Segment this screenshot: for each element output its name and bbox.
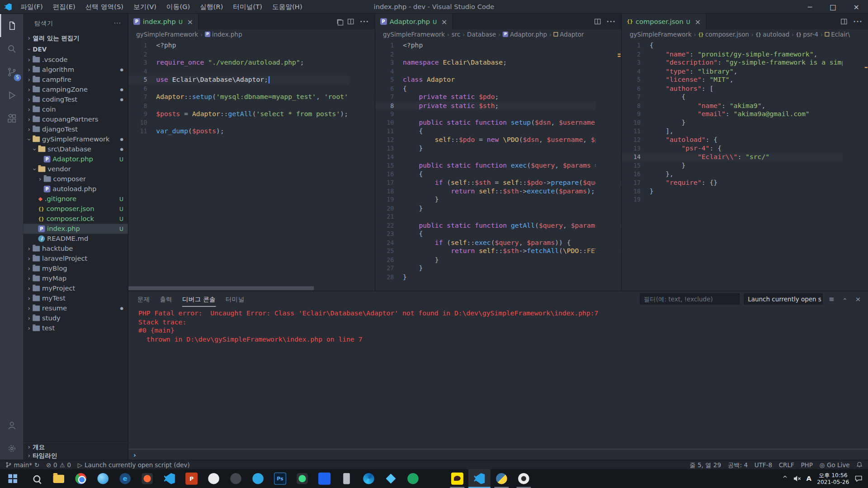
timeline-section[interactable]: › 타임라인	[23, 451, 127, 460]
panel-tab[interactable]: 출력	[160, 291, 172, 307]
menu-item[interactable]: 이동(G)	[161, 2, 195, 11]
split-editor-icon[interactable]	[594, 19, 600, 24]
taskbar-app-kakaotalk[interactable]	[446, 469, 468, 488]
taskbar-app-vscode[interactable]	[158, 469, 180, 488]
tree-item[interactable]: ›gySimpleFramework●	[23, 134, 127, 144]
more-actions-icon[interactable]: ···	[853, 18, 862, 25]
explorer-icon[interactable]	[0, 14, 23, 37]
taskbar-app-android-tool[interactable]	[291, 469, 313, 488]
filter-input[interactable]	[640, 293, 740, 304]
taskbar-app-mobile-app[interactable]	[335, 469, 358, 488]
menu-item[interactable]: 도움말(H)	[267, 2, 307, 11]
account-icon[interactable]	[0, 413, 23, 436]
breadcrumb-item[interactable]: {}psr-4	[796, 31, 818, 38]
taskbar-app-white-app[interactable]	[203, 469, 225, 488]
tab-composer-json[interactable]: {} composer.json U ×	[622, 14, 707, 29]
menu-item[interactable]: 터미널(T)	[228, 2, 267, 11]
open-changes-icon[interactable]	[337, 19, 342, 24]
taskbar-app-green-app[interactable]	[402, 469, 424, 488]
tree-item[interactable]: ›myBlog	[23, 263, 127, 273]
sync-icon[interactable]: ↻	[34, 461, 39, 469]
source-control-icon[interactable]: 5	[0, 60, 23, 83]
tree-item[interactable]: ›.vscode	[23, 55, 127, 65]
taskbar-app-browser-blue[interactable]	[92, 469, 114, 488]
tree-item[interactable]: Pindex.phpU	[23, 224, 127, 234]
tree-item[interactable]: ›composer	[23, 174, 127, 184]
tree-item[interactable]: ›resume●	[23, 303, 127, 313]
close-icon[interactable]: ×	[187, 18, 193, 26]
tree-item[interactable]: ›myProject	[23, 283, 127, 293]
minimize-button[interactable]: ─	[798, 0, 821, 13]
extensions-icon[interactable]	[0, 107, 23, 130]
breadcrumb-item[interactable]: Database	[467, 31, 496, 38]
breadcrumb-item[interactable]: {}composer.json	[698, 31, 749, 38]
split-editor-icon[interactable]	[841, 19, 847, 24]
tree-item[interactable]: ›codingTest●	[23, 94, 127, 104]
volume-muted-icon[interactable]	[793, 475, 801, 482]
tree-item[interactable]: ›src\Database●	[23, 144, 127, 154]
run-debug-icon[interactable]	[0, 84, 23, 107]
tree-item[interactable]: ›coupangPartners	[23, 114, 127, 124]
tree-item[interactable]: {}composer.lockU	[23, 214, 127, 224]
tree-item[interactable]: ›campingZone●	[23, 84, 127, 94]
minimap[interactable]	[349, 39, 374, 291]
tree-item[interactable]: {}composer.jsonU	[23, 204, 127, 214]
panel-tab[interactable]: 디버그 콘솔	[182, 291, 216, 307]
minimap[interactable]	[596, 39, 621, 291]
close-button[interactable]: ×	[845, 0, 868, 13]
menu-item[interactable]: 실행(R)	[195, 2, 228, 11]
root-folder-section[interactable]: › DEV	[23, 44, 127, 55]
tray-expand-icon[interactable]: ^	[783, 475, 788, 482]
taskbar-app-messenger-blue[interactable]	[247, 469, 269, 488]
maximize-button[interactable]: □	[821, 0, 844, 13]
breadcrumb-item[interactable]: {}autoload	[756, 31, 790, 38]
tree-item[interactable]: ◆.gitignoreU	[23, 194, 127, 204]
menu-item[interactable]: 편집(E)	[48, 2, 80, 11]
breadcrumb-item[interactable]: src	[452, 31, 461, 38]
tree-item[interactable]: iREADME.md	[23, 234, 127, 244]
taskbar-app-python-app[interactable]	[491, 469, 513, 488]
tab-adaptor-php[interactable]: P Adaptor.php U ×	[375, 14, 453, 29]
close-panel-icon[interactable]: ×	[854, 295, 863, 303]
more-actions-icon[interactable]: ···	[114, 19, 122, 27]
tree-item[interactable]: ›coin	[23, 104, 127, 114]
launch-config-select[interactable]: Launch currently open s ›	[744, 293, 823, 304]
ime-indicator[interactable]: A	[807, 475, 811, 483]
taskbar-app-photoshop[interactable]: Ps	[269, 469, 291, 488]
notification-center-icon[interactable]	[855, 475, 863, 482]
tree-item[interactable]: ›algorithm●	[23, 65, 127, 75]
debug-console-input[interactable]: ›	[128, 449, 868, 460]
code-editor-adaptor-php[interactable]: 1<?php23namespace Eclair\Database;45clas…	[375, 39, 621, 291]
taskbar-app-edge-legacy[interactable]: e	[114, 469, 136, 488]
tree-item[interactable]: ›myMap	[23, 273, 127, 283]
tree-item[interactable]: ›laravelProject	[23, 253, 127, 263]
tree-item[interactable]: ›vendor	[23, 164, 127, 174]
breadcrumb-item[interactable]: gySimpleFramework	[383, 31, 445, 38]
tree-item[interactable]: ›djangoTest	[23, 124, 127, 134]
launch-script-status[interactable]: ▷ Launch currently open script (dev)	[78, 461, 190, 469]
breadcrumb-item[interactable]: gySimpleFramework	[630, 31, 692, 38]
taskbar-app-edge[interactable]	[358, 469, 380, 488]
indentation[interactable]: 공백: 4	[728, 460, 748, 469]
tree-item[interactable]: ›campfire	[23, 75, 127, 84]
breadcrumb-item[interactable]: Adaptor	[554, 31, 584, 38]
tree-item[interactable]: ›study	[23, 313, 127, 323]
more-actions-icon[interactable]: ···	[607, 18, 616, 25]
panel-tab[interactable]: 터미널	[226, 291, 245, 307]
console-settings-icon[interactable]: ≡	[827, 295, 836, 303]
eol-select[interactable]: CRLF	[779, 461, 794, 469]
tree-item[interactable]: ›myTest	[23, 293, 127, 303]
split-editor-icon[interactable]	[348, 19, 354, 24]
outline-section[interactable]: › 개요	[23, 443, 127, 451]
menu-item[interactable]: 파일(F)	[15, 2, 47, 11]
close-icon[interactable]: ×	[441, 18, 447, 26]
taskbar-app-blue-app[interactable]	[313, 469, 335, 488]
start-button[interactable]	[0, 469, 25, 488]
tree-item[interactable]: PAdaptor.phpU	[23, 154, 127, 164]
maximize-panel-icon[interactable]: ›	[841, 295, 849, 304]
open-editors-section[interactable]: › 열려 있는 편집기	[23, 33, 127, 43]
problems-status[interactable]: ⊘0 ⚠0	[46, 461, 71, 469]
code-editor-composer-json[interactable]: 1{2 "name": "pronist/gy-simple-framework…	[622, 39, 868, 291]
menu-item[interactable]: 선택 영역(S)	[80, 2, 128, 11]
git-branch-status[interactable]: main* ↻	[5, 461, 39, 469]
